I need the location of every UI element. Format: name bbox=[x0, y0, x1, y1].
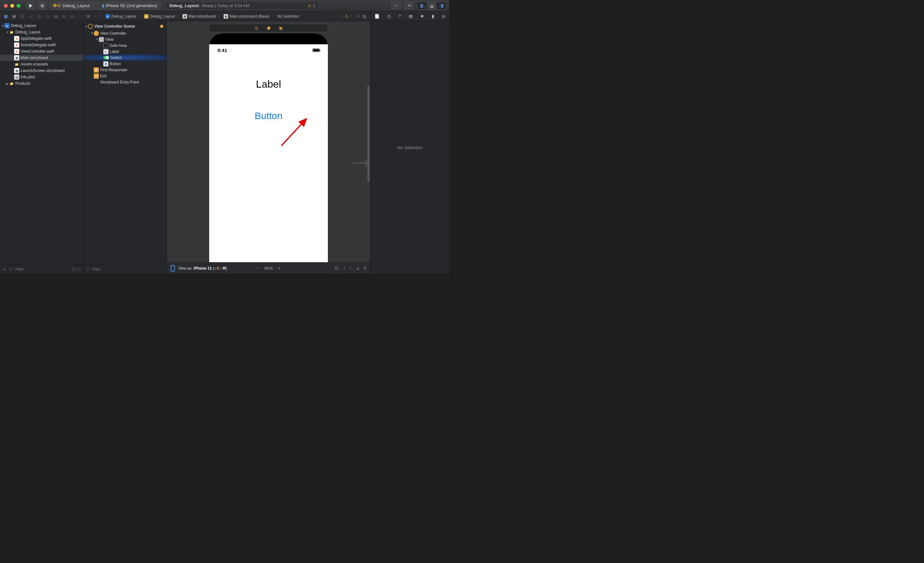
scheme-device: iPhone SE (2nd generation) bbox=[106, 3, 157, 8]
firstresponder-icon: ⬢ bbox=[94, 68, 99, 72]
outline-scene[interactable]: ▼View Controller Scene bbox=[83, 23, 166, 30]
outline-button[interactable]: BButton bbox=[83, 61, 166, 67]
toggle-inspector[interactable]: ◨ bbox=[436, 2, 446, 10]
source-control-tab[interactable]: ▣ bbox=[12, 14, 16, 19]
related-items-icon[interactable]: ⊞ bbox=[87, 14, 90, 19]
zoom-in-button[interactable]: + bbox=[278, 266, 280, 270]
code-review-button[interactable]: ⇔ bbox=[404, 2, 414, 9]
exit-dock-icon[interactable]: ▣ bbox=[278, 26, 283, 30]
view-as-label[interactable]: View as: iPhone 11 (wC hR) bbox=[178, 266, 227, 270]
test-navigator-tab[interactable]: ◇ bbox=[45, 14, 50, 19]
scm-filter-icon[interactable]: ▢ bbox=[76, 267, 81, 272]
switch-icon bbox=[103, 56, 109, 59]
device-config-icon[interactable] bbox=[171, 265, 175, 272]
breakpoint-navigator-tab[interactable]: ▭ bbox=[62, 14, 67, 19]
interface-builder-canvas[interactable]: ◎ ⬣ ▣ 9:41 Label Button bbox=[167, 21, 370, 274]
add-file-button[interactable]: ＋ bbox=[3, 266, 7, 272]
nav-group[interactable]: ▼📁Debug_Layout bbox=[0, 29, 83, 35]
outline-view[interactable]: ▼View bbox=[83, 36, 166, 42]
minimize-window[interactable] bbox=[10, 4, 14, 8]
outline-vc[interactable]: ▼View Controller bbox=[83, 30, 166, 36]
outline-switch-selected[interactable]: Switch bbox=[83, 54, 166, 61]
nav-file[interactable]: sViewController.swift bbox=[0, 48, 83, 54]
toggle-debug-area[interactable]: ⬓ bbox=[427, 2, 436, 10]
view-icon bbox=[99, 37, 104, 42]
nav-products[interactable]: ▶📁Products bbox=[0, 80, 83, 87]
embed-stack-icon[interactable]: ⎘ bbox=[364, 266, 366, 271]
nav-file[interactable]: 📁Assets.xcassets bbox=[0, 61, 83, 68]
panel-toggles: ◧ ⬓ ◨ bbox=[417, 2, 447, 10]
find-navigator-tab[interactable]: ⌕ bbox=[28, 14, 33, 19]
issue-navigator-tab[interactable]: △ bbox=[37, 14, 42, 19]
identity-inspector-tab[interactable]: ▤ bbox=[409, 14, 412, 19]
scene-dock[interactable]: ◎ ⬣ ▣ bbox=[209, 24, 328, 32]
canvas-button[interactable]: Button bbox=[209, 110, 328, 121]
inspector-empty: No Selection bbox=[370, 21, 449, 274]
nav-forward[interactable]: 〉 bbox=[99, 14, 103, 19]
device-preview[interactable]: 9:41 Label Button bbox=[209, 33, 328, 262]
filter-icon: ⊙ bbox=[9, 267, 13, 272]
zoom-window[interactable] bbox=[16, 4, 21, 8]
nav-file[interactable]: sSceneDelegate.swift bbox=[0, 42, 83, 48]
window-controls bbox=[4, 4, 21, 8]
exit-icon: ➜ bbox=[94, 74, 99, 79]
document-outline: ▼View Controller Scene ▼View Controller … bbox=[83, 21, 167, 274]
canvas-label[interactable]: Label bbox=[209, 78, 328, 90]
scene-indicator-icon bbox=[160, 25, 163, 28]
outline-filter-input[interactable] bbox=[92, 267, 164, 272]
nav-file[interactable]: ▦LaunchScreen.storyboard bbox=[0, 68, 83, 74]
zoom-out-button[interactable]: − bbox=[257, 266, 260, 270]
status-bar: 9:41 bbox=[209, 48, 328, 54]
scrollbar-thumb[interactable] bbox=[368, 86, 370, 182]
outline-safearea[interactable]: Safe Area bbox=[83, 42, 166, 48]
nav-root[interactable]: ▼▸Debug_Layout bbox=[0, 23, 83, 29]
nav-file-selected[interactable]: ▦Main.storyboard bbox=[0, 54, 83, 61]
stop-button[interactable] bbox=[38, 2, 47, 10]
symbol-navigator-tab[interactable]: ☷ bbox=[20, 14, 25, 19]
pin-icon[interactable]: ⟟ bbox=[350, 266, 351, 271]
recent-filter-icon[interactable]: ◷ bbox=[72, 267, 75, 272]
status-project: Debug_Layout: bbox=[170, 3, 200, 8]
warning-badge[interactable]: ⚠2 bbox=[308, 3, 315, 8]
adjust-editor-icon[interactable]: ≡ bbox=[357, 14, 359, 19]
activity-view[interactable]: Debug_Layout: Ready | Today at 3:34 AM ⚠… bbox=[165, 2, 319, 10]
align-icon[interactable]: ⫞ bbox=[343, 266, 345, 271]
nav-file[interactable]: sAppDelegate.swift bbox=[0, 35, 83, 42]
resolve-icon[interactable]: ⊿ bbox=[356, 266, 359, 271]
embed-in-icon[interactable]: ⊡ bbox=[335, 266, 339, 271]
issue-stepper[interactable]: 〈⚠〉 bbox=[339, 14, 354, 19]
connections-inspector-tab[interactable]: ⊝ bbox=[442, 14, 446, 19]
run-button[interactable] bbox=[26, 2, 35, 10]
scheme-target: Debug_Layout bbox=[63, 3, 90, 8]
battery-icon bbox=[312, 48, 320, 52]
help-inspector-tab[interactable]: ? bbox=[399, 14, 401, 19]
library-button[interactable]: ＋ bbox=[392, 2, 401, 9]
nav-back[interactable]: 〈 bbox=[93, 14, 97, 19]
history-inspector-tab[interactable]: ◷ bbox=[387, 14, 391, 19]
zoom-level[interactable]: 91% bbox=[264, 266, 273, 270]
scheme-selector[interactable]: �⚙Debug_Layout〉 ▮iPhone SE (2nd generati… bbox=[50, 2, 161, 10]
nav-file[interactable]: ▤Info.plist bbox=[0, 74, 83, 80]
outline-entrypoint[interactable]: →Storyboard Entry Point bbox=[83, 79, 166, 85]
firstresponder-dock-icon[interactable]: ⬣ bbox=[266, 26, 271, 30]
toolbar-row: ▦ ▣ ☷ ⌕ △ ◇ ≣ ▭ ▭ ⊞ 〈 〉 ▸Debug_Layout〉 📁… bbox=[0, 12, 449, 21]
jump-bar[interactable]: ▸Debug_Layout〉 📁Debug_Layout〉 ▦Main.stor… bbox=[105, 14, 299, 19]
project-navigator-tab[interactable]: ▦ bbox=[3, 14, 8, 19]
outline-firstresponder[interactable]: ⬢First Responder bbox=[83, 67, 166, 73]
nav-filter-input[interactable] bbox=[15, 267, 69, 272]
attributes-inspector-tab[interactable]: ❖ bbox=[420, 14, 424, 19]
report-navigator-tab[interactable]: ▭ bbox=[70, 14, 75, 19]
viewcontroller-dock-icon[interactable]: ◎ bbox=[254, 26, 259, 30]
canvas-footer: View as: iPhone 11 (wC hR) − 91% + ⊡ ⫞ ⟟… bbox=[167, 262, 370, 274]
outline-label[interactable]: LLabel bbox=[83, 48, 166, 54]
folder-icon: 📁 bbox=[144, 14, 148, 19]
button-icon: B bbox=[103, 61, 108, 66]
toggle-navigator[interactable]: ◧ bbox=[417, 2, 427, 10]
close-window[interactable] bbox=[4, 4, 8, 8]
outline-exit[interactable]: ➜Exit bbox=[83, 73, 166, 79]
file-inspector-tab[interactable]: 📄 bbox=[374, 14, 380, 19]
storyboard-icon: ▦ bbox=[183, 14, 187, 19]
debug-navigator-tab[interactable]: ≣ bbox=[53, 14, 58, 19]
add-editor-icon[interactable]: ▥ bbox=[363, 14, 366, 19]
size-inspector-tab[interactable]: ▮ bbox=[432, 14, 434, 19]
